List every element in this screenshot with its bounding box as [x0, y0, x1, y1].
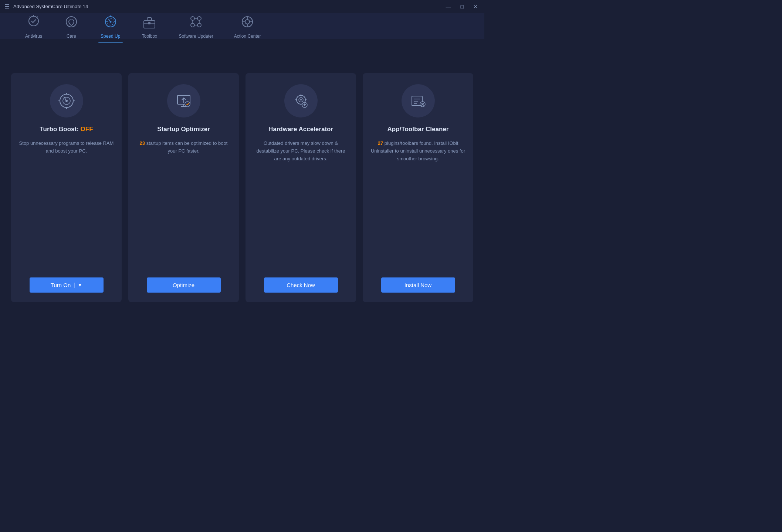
nav-speedup[interactable]: Speed Up [90, 11, 131, 41]
nav-toolbox-label: Toolbox [142, 34, 157, 39]
nav-care-label: Care [67, 34, 76, 39]
toolbox-icon [141, 13, 158, 32]
turn-on-button[interactable]: Turn On ▼ [30, 277, 104, 293]
close-button[interactable]: ✕ [471, 3, 480, 10]
svg-point-7 [191, 17, 194, 20]
startup-optimizer-title: Startup Optimizer [157, 126, 210, 133]
optimize-button[interactable]: Optimize [147, 277, 221, 293]
nav-action-center[interactable]: Action Center [224, 11, 271, 41]
nav-antivirus-label: Antivirus [25, 34, 42, 39]
check-now-label: Check Now [287, 282, 315, 288]
main-content: Turbo Boost: OFF Stop unnecessary progra… [0, 39, 484, 332]
startup-optimizer-btn-wrap: Optimize [136, 270, 231, 293]
startup-optimizer-desc: 23 startup items can be optimized to boo… [136, 140, 231, 270]
hardware-accelerator-title: Hardware Accelerator [268, 126, 333, 133]
turbo-boost-icon-circle [50, 84, 83, 117]
app-toolbar-cleaner-card: App/Toolbar Cleaner 27 plugins/toolbars … [363, 73, 473, 302]
cards-grid: Turbo Boost: OFF Stop unnecessary progra… [11, 73, 473, 302]
svg-point-10 [197, 23, 201, 27]
nav-software-updater-label: Software Updater [179, 34, 213, 39]
app-toolbar-cleaner-title: App/Toolbar Cleaner [387, 126, 449, 133]
hardware-accelerator-desc: Outdated drivers may slow down & destabi… [253, 140, 349, 270]
nav-care[interactable]: Care [53, 11, 90, 41]
nav-toolbox[interactable]: Toolbox [131, 11, 168, 41]
svg-point-17 [185, 102, 190, 107]
svg-point-20 [300, 99, 302, 100]
toolbar-desc-suffix: plugins/toolbars found. Install IObit Un… [371, 140, 465, 161]
startup-optimizer-card: Startup Optimizer 23 startup items can b… [128, 73, 239, 302]
turbo-boost-card: Turbo Boost: OFF Stop unnecessary progra… [11, 73, 122, 302]
hardware-accelerator-icon [292, 92, 310, 110]
menu-icon[interactable]: ☰ [4, 3, 10, 10]
care-icon [63, 13, 80, 32]
navbar: Antivirus Care Speed Up [0, 13, 484, 39]
check-now-button[interactable]: Check Now [264, 277, 338, 293]
turbo-boost-title-text: Turbo Boost: [40, 126, 80, 133]
software-updater-icon [187, 13, 204, 32]
turbo-boost-icon [57, 92, 76, 110]
turbo-boost-status: OFF [81, 126, 93, 133]
antivirus-icon [25, 13, 42, 32]
turbo-boost-title: Turbo Boost: OFF [40, 126, 93, 133]
turbo-boost-desc: Stop unnecessary programs to release RAM… [18, 140, 114, 270]
nav-software-updater[interactable]: Software Updater [168, 11, 223, 41]
window-controls: — □ ✕ [444, 3, 480, 10]
app-toolbar-cleaner-desc: 27 plugins/toolbars found. Install IObit… [370, 140, 466, 270]
install-now-label: Install Now [404, 282, 431, 288]
hardware-accelerator-btn-wrap: Check Now [253, 270, 349, 293]
svg-point-12 [245, 20, 250, 24]
svg-rect-6 [148, 22, 150, 24]
startup-desc-suffix: startup items can be optimized to boot y… [145, 140, 227, 154]
speedup-icon [102, 13, 119, 32]
app-title: Advanced SystemCare Ultimate 14 [13, 4, 444, 9]
turn-on-dropdown-arrow[interactable]: ▼ [74, 283, 82, 288]
svg-point-8 [197, 17, 201, 20]
install-now-button[interactable]: Install Now [381, 277, 455, 293]
maximize-button[interactable]: □ [458, 3, 466, 10]
app-toolbar-cleaner-btn-wrap: Install Now [370, 270, 466, 293]
nav-speedup-label: Speed Up [101, 34, 120, 39]
nav-action-center-label: Action Center [234, 34, 261, 39]
startup-optimizer-icon-circle [167, 84, 200, 117]
plugins-count: 27 [378, 140, 383, 146]
nav-antivirus[interactable]: Antivirus [15, 11, 53, 41]
hardware-accelerator-icon-circle [284, 84, 318, 117]
turn-on-label: Turn On [51, 282, 71, 288]
hardware-accelerator-card: Hardware Accelerator Outdated drivers ma… [246, 73, 356, 302]
app-toolbar-cleaner-icon-circle [402, 84, 435, 117]
action-center-icon [239, 13, 256, 32]
turbo-boost-btn-wrap: Turn On ▼ [18, 270, 114, 293]
startup-count: 23 [140, 140, 145, 146]
svg-point-9 [191, 23, 194, 27]
app-toolbar-cleaner-icon [409, 92, 427, 110]
minimize-button[interactable]: — [444, 3, 453, 10]
startup-optimizer-icon [175, 92, 193, 110]
optimize-label: Optimize [173, 282, 194, 288]
